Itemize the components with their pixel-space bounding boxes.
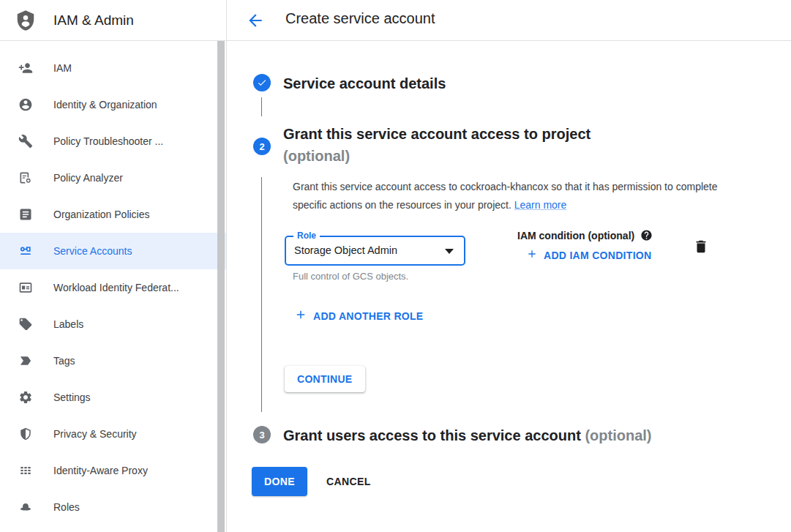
sidebar-item-label: Workload Identity Federat... [53, 282, 179, 293]
label-tag-icon [18, 317, 33, 331]
step1-title: Service account details [283, 72, 446, 94]
stepper-connector-line [261, 177, 262, 412]
wrench-icon [18, 134, 33, 149]
create-service-account-page: IAM & Admin Create service account IAM I… [0, 0, 791, 532]
sidebar-item-label: Organization Policies [53, 209, 150, 220]
sidebar-item-service-accounts[interactable]: Service Accounts [0, 233, 226, 269]
step1-completed-check-icon [253, 74, 271, 91]
sidebar-item-label: Identity-Aware Proxy [53, 465, 148, 476]
sidebar-item-workload-identity-federation[interactable]: Workload Identity Federat... [0, 269, 226, 306]
sidebar-item-label: Service Accounts [53, 245, 132, 257]
policy-analyzer-icon [18, 171, 33, 185]
page-title: Create service account [285, 10, 435, 27]
step2-title: Grant this service account access to pro… [283, 123, 591, 167]
proxy-icon [18, 463, 33, 478]
back-arrow-icon [246, 21, 265, 32]
sidebar-item-tags[interactable]: Tags [0, 342, 226, 379]
sidebar-item-label: Labels [53, 318, 83, 330]
plus-icon [294, 308, 307, 323]
sidebar-item-label: Roles [53, 501, 80, 513]
step2-title-text: Grant this service account access to pro… [283, 126, 591, 142]
step2-description: Grant this service account access to coc… [293, 178, 724, 214]
sidebar-item-policy-troubleshooter[interactable]: Policy Troubleshooter ... [0, 123, 226, 160]
top-bar: IAM & Admin Create service account [0, 0, 791, 41]
help-icon[interactable] [640, 229, 653, 241]
tag-arrow-icon [18, 353, 33, 368]
step2-number-badge: 2 [253, 138, 271, 155]
step3-title: Grant users access to this service accou… [283, 424, 652, 446]
trash-icon [693, 246, 709, 257]
back-arrow-button[interactable] [246, 11, 265, 30]
sidebar-item-label: Policy Analyzer [53, 172, 123, 184]
sidebar-item-identity-aware-proxy[interactable]: Identity-Aware Proxy [0, 452, 226, 489]
sidebar-nav: IAM Identity & Organization Policy Troub… [0, 41, 227, 532]
add-another-role-label: ADD ANOTHER ROLE [313, 310, 424, 322]
cancel-button[interactable]: CANCEL [320, 471, 377, 492]
done-button[interactable]: DONE [252, 467, 307, 496]
sidebar-item-label: Tags [53, 355, 75, 367]
sidebar-item-organization-policies[interactable]: Organization Policies [0, 196, 226, 233]
delete-role-button[interactable] [692, 239, 710, 256]
role-select[interactable]: Role Storage Object Admin [285, 236, 465, 266]
person-add-icon [18, 61, 33, 75]
iam-condition-label: IAM condition (optional) [517, 230, 634, 241]
continue-button[interactable]: CONTINUE [285, 366, 365, 392]
iam-shield-logo-icon [15, 8, 37, 33]
plus-icon [526, 248, 538, 262]
sidebar-item-privacy-security[interactable]: Privacy & Security [0, 416, 226, 452]
article-icon [18, 207, 33, 222]
sidebar-item-iam[interactable]: IAM [0, 50, 226, 86]
step2-optional-label: (optional) [283, 148, 350, 164]
sidebar-item-identity-organization[interactable]: Identity & Organization [0, 86, 226, 123]
add-iam-condition-button[interactable]: ADD IAM CONDITION [526, 248, 651, 262]
step3-title-text: Grant users access to this service accou… [283, 427, 581, 443]
sidebar-scrollbar[interactable] [217, 41, 225, 532]
step3-optional-label: (optional) [585, 427, 651, 443]
role-helper-text: Full control of GCS objects. [293, 271, 408, 282]
sidebar-item-labels[interactable]: Labels [0, 306, 226, 342]
sidebar-item-label: Settings [53, 391, 91, 403]
sidebar-item-label: IAM [53, 62, 72, 74]
add-iam-condition-label: ADD IAM CONDITION [544, 250, 651, 261]
account-circle-icon [18, 97, 33, 112]
sidebar-item-settings[interactable]: Settings [0, 379, 226, 416]
role-selected-value: Storage Object Admin [294, 237, 397, 264]
shield-half-icon [18, 427, 33, 441]
sidebar-item-policy-analyzer[interactable]: Policy Analyzer [0, 160, 226, 196]
sidebar-item-label: Policy Troubleshooter ... [53, 135, 163, 147]
iam-condition-header: IAM condition (optional) [517, 229, 653, 241]
sidebar-item-label: Identity & Organization [53, 99, 157, 110]
step3-number-badge: 3 [253, 426, 271, 443]
step2-description-text: Grant this service account access to coc… [293, 181, 718, 211]
add-another-role-button[interactable]: ADD ANOTHER ROLE [294, 308, 424, 323]
stepper-connector-line [261, 97, 262, 116]
gear-icon [18, 390, 33, 405]
product-title: IAM & Admin [53, 12, 134, 29]
service-account-key-icon [18, 244, 33, 258]
chevron-down-icon [445, 249, 454, 254]
product-header: IAM & Admin [0, 0, 227, 40]
sidebar-item-label: Privacy & Security [53, 428, 137, 440]
sidebar-item-roles[interactable]: Roles [0, 489, 226, 525]
hat-icon [18, 500, 33, 514]
card-icon [18, 280, 33, 295]
learn-more-link[interactable]: Learn more [514, 199, 567, 211]
